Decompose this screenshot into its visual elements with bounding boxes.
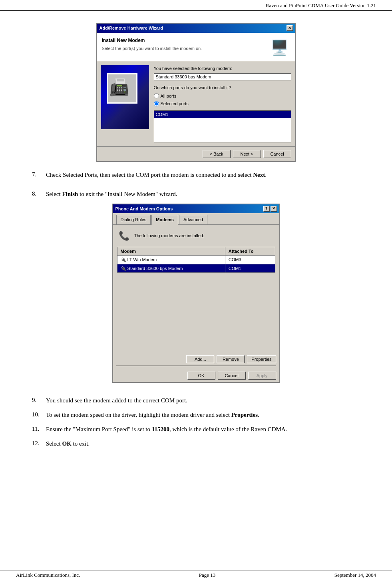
step12-num: 12. <box>32 439 46 448</box>
next-bold: Next <box>253 172 265 178</box>
modem-footer-row-2: OK Cancel Apply <box>116 372 276 380</box>
modem-description: The following modems are installed: <box>134 232 204 239</box>
list-item-step8: 8. Select Finish to exit the "Install Ne… <box>32 189 360 391</box>
row1-attached: COM3 <box>225 256 275 264</box>
hardware-icon: 🖥️ <box>271 39 289 56</box>
modem-screenshot: Phone And Modem Options ? ✕ Dialing Rule… <box>32 204 360 383</box>
port-radio-group: All ports Selected ports <box>154 93 291 107</box>
modem-icon-1: 🔌 <box>121 257 126 262</box>
modem-tabs: Dialing Rules Modems Advanced <box>113 213 279 225</box>
wizard-left-image <box>101 65 149 129</box>
cancel-button[interactable]: Cancel <box>263 150 291 158</box>
list-item-step10: 10. To set the modem speed on the driver… <box>32 410 360 420</box>
ports-listbox[interactable]: COM1 <box>154 110 291 142</box>
modem-close-btn[interactable]: ✕ <box>271 206 277 212</box>
wizard-close-btn[interactable]: ✕ <box>287 25 293 31</box>
step8-row: 8. Select Finish to exit the "Install Ne… <box>32 189 360 199</box>
page-header: Raven and PinPoint CDMA User Guide Versi… <box>0 0 392 11</box>
steps-list: Add/Remove Hardware Wizard ✕ Install New… <box>32 19 360 448</box>
finish-bold: Finish <box>62 191 78 197</box>
next-button[interactable]: Next > <box>233 150 261 158</box>
all-ports-label: All ports <box>161 93 177 100</box>
selected-ports-label: Selected ports <box>161 100 189 107</box>
wizard-content-area: You have selected the following modem: O… <box>97 61 295 146</box>
modem-body: 📞 The following modems are installed: Mo… <box>113 225 279 353</box>
row2-attached: COM1 <box>225 264 275 273</box>
modem-footer-row-1: Add... Remove Properties <box>116 355 276 363</box>
list-item-step12: 12. Select OK to exit. <box>32 439 360 448</box>
footer-center: Page 13 <box>199 572 216 578</box>
tab-dialing-rules[interactable]: Dialing Rules <box>116 215 151 224</box>
selected-ports-radio[interactable]: Selected ports <box>154 100 291 107</box>
table-row[interactable]: 🔌 Standard 33600 bps Modem COM1 <box>117 264 275 273</box>
step7-content: Check Selected Ports, then select the CO… <box>46 170 267 180</box>
footer-right: September 14, 2004 <box>334 572 376 578</box>
port-label: On which ports do you want to install it… <box>154 84 291 91</box>
header-title: Raven and PinPoint CDMA User Guide Versi… <box>266 2 376 8</box>
properties-button[interactable]: Properties <box>247 355 276 363</box>
step12-content: Select OK to exit. <box>46 439 90 448</box>
com1-item[interactable]: COM1 <box>154 111 291 118</box>
apply-button: Apply <box>248 372 276 380</box>
modem-cancel-button[interactable]: Cancel <box>218 372 246 380</box>
modem-value-input[interactable] <box>154 73 291 80</box>
table-row[interactable]: 🔌 LT Win Modem COM3 <box>117 256 275 264</box>
wizard-section-subtitle: Select the port(s) you want to install t… <box>102 45 202 52</box>
speed-bold: 115200 <box>152 426 169 432</box>
tab-modems[interactable]: Modems <box>151 215 178 225</box>
step10-content: To set the modem speed on the driver, hi… <box>46 410 259 420</box>
wizard-footer: < Back Next > Cancel <box>97 146 295 161</box>
wizard-titlebar: Add/Remove Hardware Wizard ✕ <box>97 24 295 33</box>
col-attached: Attached To <box>225 247 275 256</box>
list-item-step9: 9. You should see the modem added to the… <box>32 396 360 405</box>
wizard-header-section: Install New Modem Select the port(s) you… <box>97 33 295 61</box>
page-content: Add/Remove Hardware Wizard ✕ Install New… <box>0 11 392 485</box>
properties-bold: Properties <box>231 412 258 418</box>
ok-button[interactable]: OK <box>187 372 215 380</box>
modem-label: You have selected the following modem: <box>154 65 291 72</box>
step8-num: 8. <box>32 189 46 199</box>
step9-num: 9. <box>32 396 46 405</box>
modems-table: Modem Attached To 🔌 LT Win Modem <box>117 247 275 273</box>
step11-content: Ensure the "Maximum Port Speed" is set t… <box>46 424 287 434</box>
list-item-step11: 11. Ensure the "Maximum Port Speed" is s… <box>32 424 360 434</box>
all-ports-radio[interactable]: All ports <box>154 93 291 100</box>
wizard-header-text: Install New Modem Select the port(s) you… <box>102 37 202 52</box>
modem-dialog-title: Phone And Modem Options <box>115 206 173 212</box>
modem-icon-2: 🔌 <box>121 266 126 271</box>
table-header-row: Modem Attached To <box>117 247 275 256</box>
step9-content: You should see the modem added to the co… <box>46 396 187 405</box>
list-item-step7: Add/Remove Hardware Wizard ✕ Install New… <box>32 19 360 184</box>
step11-num: 11. <box>32 424 46 434</box>
wizard-title: Add/Remove Hardware Wizard <box>99 25 163 32</box>
wizard-screenshot: Add/Remove Hardware Wizard ✕ Install New… <box>32 23 360 162</box>
wizard-titlebar-buttons: ✕ <box>287 25 293 31</box>
modem-help-btn[interactable]: ? <box>263 206 270 212</box>
page-footer: AirLink Communications, Inc. Page 13 Sep… <box>0 570 392 580</box>
step8-content: Select Finish to exit the "Install New M… <box>46 189 177 199</box>
tab-advanced[interactable]: Advanced <box>179 215 207 224</box>
row1-modem: 🔌 LT Win Modem <box>117 256 225 264</box>
add-button[interactable]: Add... <box>186 355 214 363</box>
wizard-section-title: Install New Modem <box>102 37 202 44</box>
back-button[interactable]: < Back <box>203 150 231 158</box>
modem-titlebar: Phone And Modem Options ? ✕ <box>113 204 279 214</box>
col-modem: Modem <box>117 247 225 256</box>
wizard-dialog: Add/Remove Hardware Wizard ✕ Install New… <box>96 23 296 162</box>
modem-phone-icon: 📞 <box>117 229 131 243</box>
footer-left: AirLink Communications, Inc. <box>16 572 80 578</box>
wizard-header-icon: 🖥️ <box>271 37 291 57</box>
remove-button[interactable]: Remove <box>217 355 245 363</box>
modem-header-row: 📞 The following modems are installed: <box>117 229 275 243</box>
modem-spacer <box>117 277 275 349</box>
modem-dialog: Phone And Modem Options ? ✕ Dialing Rule… <box>112 204 280 383</box>
modem-footer: Add... Remove Properties OK Cancel Apply <box>113 353 279 382</box>
modem-titlebar-buttons: ? ✕ <box>263 206 277 212</box>
ok-bold: OK <box>62 440 71 447</box>
step7-num: 7. <box>32 170 46 180</box>
step7-row: 7. Check Selected Ports, then select the… <box>32 170 360 180</box>
row2-modem: 🔌 Standard 33600 bps Modem <box>117 264 225 273</box>
wizard-right-content: You have selected the following modem: O… <box>154 65 291 142</box>
step10-num: 10. <box>32 410 46 420</box>
